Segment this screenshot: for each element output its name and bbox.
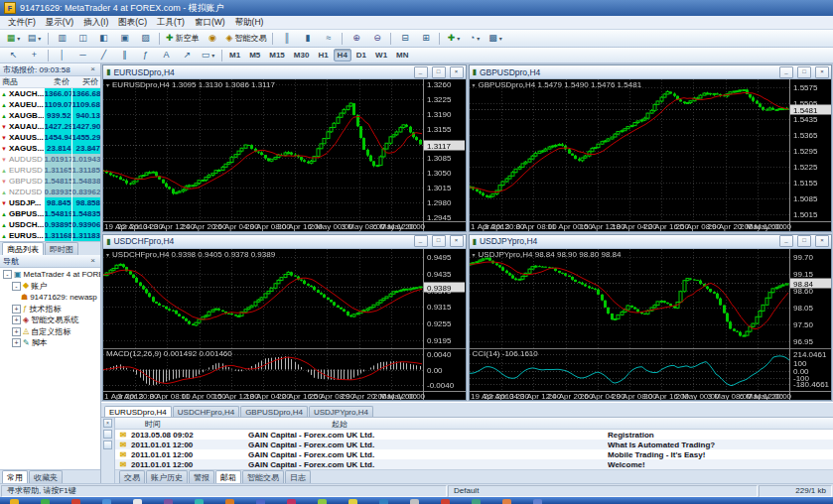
taskbar-icon[interactable] [441, 499, 450, 504]
navigator-tree-item[interactable]: +◬自定义指标 [0, 326, 100, 338]
ask-price[interactable]: 0.93906 [71, 219, 100, 230]
tile-windows-button[interactable]: ⊟ [394, 31, 415, 46]
collapse-icon[interactable]: - [3, 270, 12, 279]
taskbar-icon[interactable] [410, 499, 419, 504]
symbol-row[interactable]: ▲GBPUS...1.548191.54835 [0, 208, 100, 219]
bid-price[interactable]: 1.01917 [44, 154, 71, 165]
horizontal-line-button[interactable]: ─ [72, 48, 93, 63]
symbol-cell[interactable]: ▲USDCH... [0, 219, 44, 230]
symbol-cell[interactable]: ▼XAGUS... [0, 143, 44, 154]
fibonacci-retracement-button[interactable]: ƒ [135, 48, 156, 63]
expert-advisors-button[interactable]: ◈智能交易 [223, 31, 270, 46]
price-chart-canvas[interactable] [103, 249, 466, 401]
bid-price[interactable]: 939.52 [44, 110, 71, 121]
terminal-tab[interactable]: 警报 [189, 470, 214, 483]
symbol-cell[interactable]: ▲XAUCH... [0, 88, 44, 100]
chart-window-titlebar[interactable]: ▮EURUSDpro,H4_□× [103, 65, 466, 79]
taskbar-icon[interactable] [502, 499, 511, 504]
ask-price[interactable]: 1427.90 [71, 121, 100, 132]
bid-price[interactable]: 1.31168 [44, 230, 71, 241]
zoom-in-button[interactable]: ⊕ [346, 31, 366, 46]
symbol-cell[interactable]: ▲EURUSD [0, 165, 44, 176]
bid-price[interactable]: 1366.07 [44, 88, 71, 100]
minimize-button[interactable]: _ [779, 235, 793, 247]
symbol-cell[interactable]: ▼XAUAU... [0, 121, 44, 132]
expand-icon[interactable]: + [12, 327, 21, 336]
cascade-windows-button[interactable]: ⊞ [415, 31, 436, 46]
ask-price[interactable]: 1455.29 [71, 132, 100, 143]
ask-price[interactable]: 1.01943 [71, 154, 100, 165]
menu-item[interactable]: 窗口(W) [190, 16, 230, 29]
symbol-row[interactable]: ▲XAUCH...1366.071366.68 [0, 88, 100, 100]
chart-tab[interactable]: USDCHFpro,H4 [173, 406, 239, 417]
symbol-row[interactable]: ▼GBPUSD1.548151.54838 [0, 176, 100, 187]
ask-price[interactable]: 1.31183 [71, 230, 100, 241]
market-watch-tab[interactable]: 即时图 [45, 242, 78, 255]
close-icon[interactable]: × [88, 65, 97, 73]
symbol-cell[interactable]: ▲XAUGB... [0, 110, 44, 121]
chart-window-titlebar[interactable]: ▮USDCHFpro,H4_□× [103, 235, 466, 249]
taskbar-icon[interactable] [225, 499, 234, 504]
line-chart-mode-button[interactable]: ≈ [318, 31, 339, 46]
close-icon[interactable]: × [88, 257, 97, 265]
taskbar-icon[interactable] [472, 499, 481, 504]
menu-item[interactable]: 帮助(H) [230, 16, 269, 29]
symbol-row[interactable]: ▼XAUUS...1454.941455.29 [0, 132, 100, 143]
terminal-tab[interactable]: 智能交易 [242, 470, 284, 483]
maximize-button[interactable]: □ [797, 66, 811, 78]
collapse-icon[interactable]: - [12, 282, 21, 291]
symbol-row[interactable]: ▲EURUSD1.311651.31185 [0, 165, 100, 176]
taskbar-icon[interactable] [287, 499, 296, 504]
symbol-cell[interactable]: ▲NZDUSD [0, 187, 44, 197]
taskbar-icon[interactable] [318, 499, 327, 504]
navigator-tree-item[interactable]: -◆账户 [0, 281, 100, 293]
bid-price[interactable]: 1.54819 [44, 208, 71, 219]
taskbar-icon[interactable] [533, 499, 542, 504]
taskbar-icon[interactable] [195, 499, 204, 504]
zoom-out-button[interactable]: ⊖ [366, 31, 387, 46]
mail-row[interactable]: ✉2013.05.08 09:02GAIN Capital - Forex.co… [115, 430, 833, 440]
timeframe-h1-button[interactable]: H1 [314, 49, 332, 62]
symbol-cell[interactable]: ▼GBPUSD [0, 176, 44, 187]
data-window-toggle-button[interactable]: ◫ [72, 31, 93, 46]
timeframe-m15-button[interactable]: M15 [265, 49, 289, 62]
timeframe-d1-button[interactable]: D1 [352, 49, 370, 62]
symbol-cell[interactable]: ▲EURUS... [0, 230, 44, 241]
mail-row[interactable]: ✉2011.01.01 12:00GAIN Capital - Forex.co… [115, 449, 833, 459]
price-chart-canvas[interactable] [470, 79, 832, 231]
terminal-tab[interactable]: 交易 [119, 470, 145, 483]
equidistant-channel-button[interactable]: ∥ [114, 48, 135, 63]
chart-tab[interactable]: USDJPYpro,H4 [309, 406, 373, 417]
bid-price[interactable]: 0.83935 [44, 187, 71, 197]
vertical-line-button[interactable]: │ [52, 48, 72, 63]
close-icon[interactable]: × [103, 419, 112, 428]
taskbar-icon[interactable] [256, 499, 265, 504]
symbol-row[interactable]: ▲NZDUSD0.839350.83962 [0, 187, 100, 197]
navigator-tab[interactable]: 常用 [2, 470, 28, 483]
strategy-tester-button[interactable]: ▨ [135, 31, 156, 46]
navigator-toggle-button[interactable]: ◧ [93, 31, 114, 46]
bid-price[interactable]: 23.814 [44, 143, 71, 154]
symbol-row[interactable]: ▲XAUEU...1109.071109.68 [0, 99, 100, 110]
terminal-tab[interactable]: 账户历史 [146, 470, 188, 483]
navigator-tree-item[interactable]: ☗91471629: newasp [0, 292, 100, 304]
symbol-cell[interactable]: ▲XAUEU... [0, 99, 44, 110]
maximize-button[interactable]: □ [432, 66, 446, 78]
ask-price[interactable]: 1109.68 [71, 99, 100, 110]
trendline-button[interactable]: ╱ [93, 48, 114, 63]
status-profile[interactable]: Default [448, 485, 758, 497]
indicators-button[interactable]: ✚▾ [443, 31, 464, 46]
minimize-button[interactable]: _ [779, 66, 793, 78]
mail-row[interactable]: ✉2011.01.01 12:00GAIN Capital - Forex.co… [115, 459, 833, 469]
menu-item[interactable]: 图表(C) [113, 16, 152, 29]
templates-button[interactable]: ▩▾ [485, 31, 505, 46]
minimize-button[interactable]: _ [414, 235, 428, 247]
expand-icon[interactable]: + [12, 338, 21, 347]
navigator-tree-item[interactable]: +ƒ技术指标 [0, 304, 100, 315]
symbol-row[interactable]: ▼USDJP...98.84598.858 [0, 197, 100, 208]
shapes-button[interactable]: ▭▾ [198, 48, 218, 63]
close-button[interactable]: × [815, 235, 829, 247]
new-chart-button[interactable]: ▦▾ [3, 31, 24, 46]
menu-item[interactable]: 文件(F) [3, 16, 41, 29]
navigator-tree-item[interactable]: +◈智能交易系统 [0, 315, 100, 326]
